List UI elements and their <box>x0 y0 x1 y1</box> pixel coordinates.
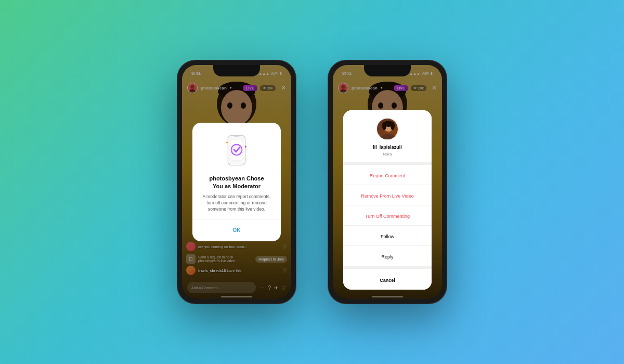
user-avatar-large <box>376 118 399 140</box>
remove-from-live-item[interactable]: Remove From Live Video <box>343 185 432 205</box>
modal-divider <box>192 219 281 219</box>
modal-body: A moderator can report comments, turn of… <box>201 194 272 213</box>
modal-icon-area <box>201 133 272 170</box>
modal-realname: Nora <box>383 152 392 157</box>
svg-rect-12 <box>234 136 239 137</box>
modal-overlay-left: photosbyean ChoseYou as Moderator A mode… <box>182 65 291 299</box>
cancel-item[interactable]: Cancel <box>343 269 432 290</box>
modal-user-header: lil_lapislazuli Nora <box>343 110 432 162</box>
modal-overlay-right: lil_lapislazuli Nora Report Comment Remo… <box>333 65 442 299</box>
cancel-label: Cancel <box>380 278 395 283</box>
turn-off-commenting-label: Turn Off Commenting <box>365 214 410 219</box>
svg-point-30 <box>379 134 398 140</box>
moderator-icon <box>223 133 250 170</box>
modal-username: lil_lapislazuli <box>373 145 402 150</box>
modal-moderator: photosbyean ChoseYou as Moderator A mode… <box>192 123 281 241</box>
report-comment-item[interactable]: Report Comment <box>343 165 432 185</box>
modal-ok-button[interactable]: OK <box>201 227 272 233</box>
svg-point-33 <box>382 122 386 130</box>
modal-title: photosbyean ChoseYou as Moderator <box>201 175 272 190</box>
svg-point-14 <box>231 145 242 155</box>
remove-from-live-label: Remove From Live Video <box>361 193 413 199</box>
modal-actions: lil_lapislazuli Nora Report Comment Remo… <box>343 110 432 290</box>
follow-label: Follow <box>381 234 394 239</box>
turn-off-commenting-item[interactable]: Turn Off Commenting <box>343 205 432 226</box>
svg-point-34 <box>391 122 395 130</box>
report-comment-label: Report Comment <box>370 173 406 178</box>
phone-left: 9:41 ▲▲▲ WiFi ▮ photosbyean ▾ LIVE 👁 20k… <box>177 60 296 304</box>
reply-label: Reply <box>381 254 393 259</box>
reply-item[interactable]: Reply <box>343 246 432 266</box>
phone-right: 9:41 ▲▲▲ WiFi ▮ photosbyean ▾ LIVE 👁 20k… <box>328 60 447 304</box>
follow-item[interactable]: Follow <box>343 226 432 246</box>
